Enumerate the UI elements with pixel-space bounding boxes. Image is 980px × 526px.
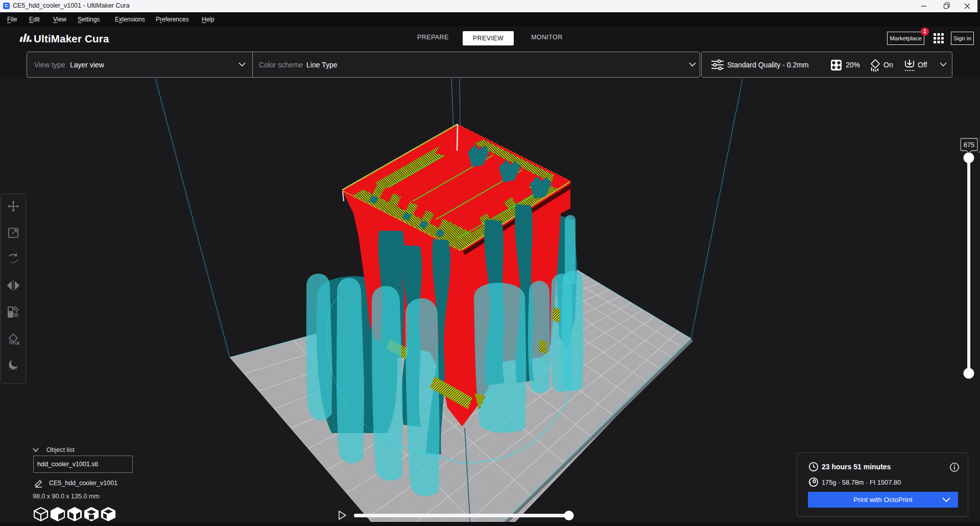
svg-text:675: 675 [964, 141, 975, 149]
